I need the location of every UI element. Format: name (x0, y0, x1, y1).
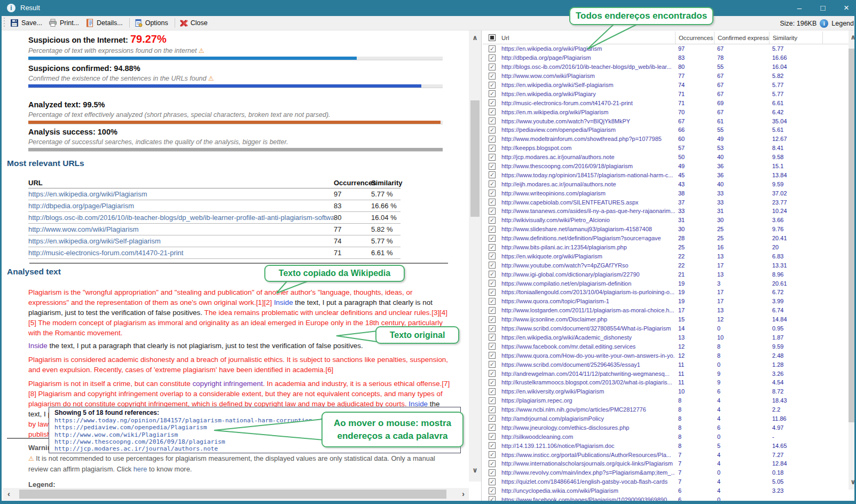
scrollbar-thumb[interactable] (470, 100, 480, 217)
close-button[interactable]: Close (177, 17, 212, 29)
legend-info-icon[interactable]: i (820, 19, 828, 28)
url-cell[interactable]: https://en.wikipedia.org/wiki/Self-plagi… (501, 82, 675, 88)
know-more-link[interactable]: here (133, 465, 147, 473)
row-checkbox[interactable]: ✓ (489, 154, 496, 161)
url-cell[interactable]: https://en.wikipedia.org/wiki/Academic_d… (501, 334, 675, 341)
row-checkbox[interactable]: ✓ (489, 108, 496, 115)
row-checkbox[interactable]: ✓ (489, 244, 496, 251)
url-cell[interactable]: http://www.ijcsonline.com/Disclaimer.php (501, 316, 675, 322)
url-cell[interactable]: http://www.youtube.com/watch?v=4pZGAf7YR… (501, 262, 675, 269)
row-checkbox[interactable]: ✓ (489, 262, 496, 269)
row-checkbox[interactable]: ✓ (489, 460, 496, 467)
url-cell[interactable]: https://en.wikipedia.org/wiki/Plagiarism (501, 45, 675, 52)
url-cell[interactable]: https://www.scribd.com/document/32780855… (501, 325, 675, 332)
row-checkbox[interactable]: ✓ (489, 117, 496, 124)
row-checkbox[interactable]: ✓ (489, 45, 496, 52)
url-cell[interactable]: https://www.quora.com/topic/Plagiarism-1 (501, 298, 675, 304)
row-checkbox[interactable]: ✓ (489, 271, 496, 278)
row-checkbox[interactable]: ✓ (489, 433, 496, 440)
row-checkbox[interactable]: ✓ (489, 343, 496, 350)
select-all-checkbox[interactable] (489, 34, 496, 41)
url-link[interactable]: http://blogs.osc-ib.com/2016/10/ib-teach… (28, 214, 334, 222)
url-cell[interactable]: http://blogs.osc-ib.com/2016/10/ib-teach… (501, 64, 675, 70)
url-link[interactable]: http://www.wow.com/wiki/Plagiarism (28, 225, 334, 233)
url-cell[interactable]: http://www.slideshare.net/iamanuj93/plag… (501, 226, 675, 232)
url-cell[interactable]: https://www.facebook.com/mr.detail.editi… (501, 343, 675, 350)
print-button[interactable]: Print... (46, 17, 83, 29)
url-cell[interactable]: http://14.139.121.106/notice/Plagiarism.… (501, 443, 675, 449)
scroll-up-icon[interactable]: ∧ (469, 34, 481, 42)
row-checkbox[interactable]: ✓ (489, 424, 496, 431)
scroll-down-icon[interactable]: ∨ (849, 478, 856, 486)
row-checkbox[interactable]: ✓ (489, 397, 496, 404)
row-checkbox[interactable]: ✓ (489, 406, 496, 413)
url-cell[interactable]: https://en.wikipedia.org/wiki/Plagiary (501, 91, 675, 97)
url-cell[interactable]: http://www.writeopinions.com/plagiarism (501, 190, 675, 196)
row-checkbox[interactable]: ✓ (489, 180, 496, 187)
row-checkbox[interactable]: ✓ (489, 73, 496, 80)
url-cell[interactable]: http://eijh.modares.ac.ir/journal/author… (501, 181, 675, 187)
url-cell[interactable]: http://www.modeltrainforum.com/showthrea… (501, 136, 675, 142)
details-button[interactable]: Details... (83, 17, 127, 29)
url-cell[interactable]: https://en.wikiversity.org/wiki/Plagiari… (501, 388, 675, 395)
row-checkbox[interactable]: ✓ (489, 307, 496, 314)
row-checkbox[interactable]: ✓ (489, 289, 496, 296)
url-cell[interactable]: https://pediaview.com/openpedia/Plagiari… (501, 127, 675, 133)
url-cell[interactable]: http://www.thescoopng.com/2016/09/18/pla… (501, 163, 675, 169)
row-checkbox[interactable]: ✓ (489, 226, 496, 233)
url-cell[interactable]: http://www.igi-global.com/dictionary/pla… (501, 271, 675, 278)
url-cell[interactable]: https://www.today.ng/opinion/184157/plag… (501, 172, 675, 178)
url-cell[interactable]: http://www.internationalscholarsjournals… (501, 460, 675, 467)
row-checkbox[interactable]: ✓ (489, 442, 496, 449)
url-cell[interactable]: http://www.jneurology.com/ethics-disclos… (501, 424, 675, 431)
url-cell[interactable]: http://krustelkrammoocs.blogspot.com/201… (501, 379, 675, 385)
url-link[interactable]: http://music-electronics-forum.com/t4147… (28, 249, 334, 257)
row-checkbox[interactable]: ✓ (489, 208, 496, 215)
report-horizontal-scrollbar[interactable]: ‹ › (3, 488, 469, 500)
row-checkbox[interactable]: ✓ (489, 235, 496, 242)
url-cell[interactable]: https://www.youtube.com/watch?v=BlQjYk8M… (501, 118, 675, 124)
close-window-button[interactable]: × (835, 0, 856, 16)
row-checkbox[interactable]: ✓ (489, 469, 496, 476)
url-cell[interactable]: http://silkwoodcleaning.com (501, 434, 675, 440)
url-cell[interactable]: http://amdrjournal.com/plagiarismPolicy (501, 415, 675, 422)
row-checkbox[interactable]: ✓ (489, 298, 496, 305)
url-cell[interactable]: http://uncyclopedia.wikia.com/wiki/Plagi… (501, 487, 675, 494)
url-cell[interactable]: https://www.ncbi.nlm.nih.gov/pmc/article… (501, 406, 675, 413)
row-checkbox[interactable]: ✓ (489, 352, 496, 359)
row-checkbox[interactable]: ✓ (489, 127, 496, 133)
url-cell[interactable]: https://quizlet.com/184866461/english-ga… (501, 478, 675, 485)
scroll-left-icon[interactable]: ‹ (7, 489, 10, 498)
url-cell[interactable]: http://www.tananews.com/asides/il-ny-a-p… (501, 208, 675, 214)
url-link[interactable]: https://en.wikipedia.org/wiki/Self-plagi… (28, 237, 334, 245)
row-checkbox[interactable]: ✓ (489, 54, 496, 61)
url-cell[interactable]: https://www.insticc.org/portal/Publicati… (501, 452, 675, 458)
url-cell[interactable]: http://dbpedia.org/page/Plagiarism (501, 54, 675, 61)
url-cell[interactable]: https://en.m.wikipedia.org/wiki/Plagiari… (501, 109, 675, 115)
row-checkbox[interactable]: ✓ (489, 325, 496, 332)
row-checkbox[interactable]: ✓ (489, 190, 496, 196)
row-checkbox[interactable]: ✓ (489, 388, 496, 395)
row-checkbox[interactable]: ✓ (489, 478, 496, 485)
url-cell[interactable]: http://www.revolvy.com/main/index.php?s=… (501, 469, 675, 476)
row-checkbox[interactable]: ✓ (489, 136, 496, 143)
url-cell[interactable]: http://andrewgelman.com/2014/11/12/patch… (501, 371, 675, 377)
row-checkbox[interactable]: ✓ (489, 253, 496, 259)
row-checkbox[interactable]: ✓ (489, 280, 496, 287)
scroll-right-icon[interactable]: › (462, 489, 465, 498)
report-vertical-scrollbar[interactable]: ∧ ∨ (469, 30, 481, 482)
url-link[interactable]: https://en.wikipedia.org/wiki/Plagiarism (28, 190, 334, 198)
row-checkbox[interactable]: ✓ (489, 82, 496, 89)
url-table-scrollbar[interactable]: ∧ ∨ (849, 30, 856, 490)
url-cell[interactable]: http://jcp.modares.ac.ir/journal/authors… (501, 154, 675, 160)
row-checkbox[interactable]: ✓ (489, 316, 496, 323)
maximize-button[interactable]: □ (811, 0, 835, 16)
url-cell[interactable]: https://www.compilatio.net/en/plagiarism… (501, 280, 675, 287)
row-checkbox[interactable]: ✓ (489, 90, 496, 97)
row-checkbox[interactable]: ✓ (489, 451, 496, 458)
url-cell[interactable]: https://plagiarism.repec.org (501, 397, 675, 404)
row-checkbox[interactable]: ✓ (489, 163, 496, 170)
row-checkbox[interactable]: ✓ (489, 64, 496, 70)
scrollbar-thumb[interactable] (19, 490, 446, 499)
scroll-down-icon[interactable]: ∨ (469, 466, 481, 474)
